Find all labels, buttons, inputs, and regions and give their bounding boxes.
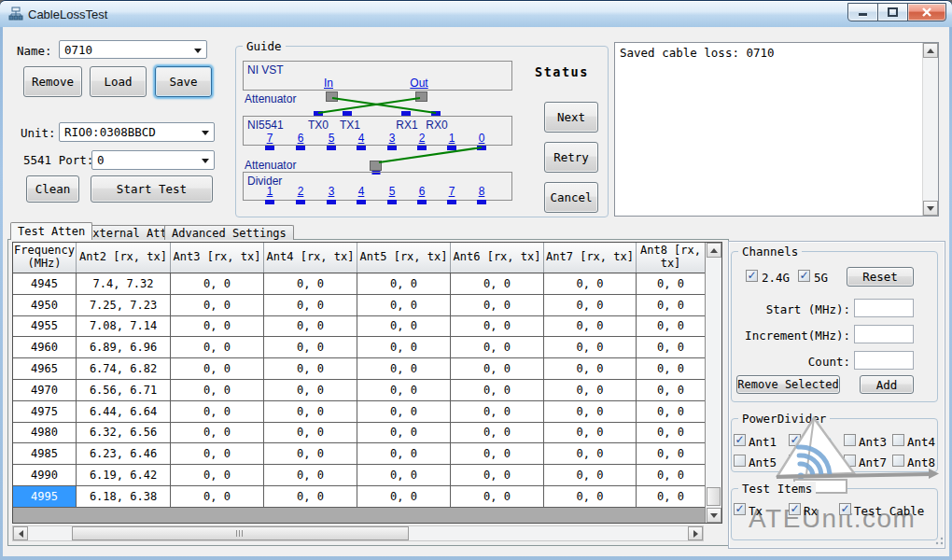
attenuation-cell[interactable]: 0, 0 — [264, 295, 357, 315]
clean-button[interactable]: Clean — [26, 175, 79, 203]
ant3-checkbox[interactable] — [844, 434, 856, 446]
attenuation-cell[interactable]: 6.18, 6.38 — [77, 486, 171, 507]
titlebar[interactable]: CableLossTest — [0, 1, 952, 27]
band-5g-checkbox[interactable]: ✓ — [798, 270, 810, 282]
frequency-cell[interactable]: 4955 — [13, 316, 77, 337]
attenuation-cell[interactable]: 0, 0 — [637, 295, 706, 315]
attenuation-cell[interactable]: 0, 0 — [544, 380, 637, 400]
column-header[interactable]: Ant4 [rx, tx] — [264, 243, 357, 273]
attenuation-cell[interactable]: 0, 0 — [451, 358, 544, 379]
attenuation-cell[interactable]: 0, 0 — [264, 443, 357, 464]
attenuation-cell[interactable]: 0, 0 — [357, 486, 451, 507]
attenuation-cell[interactable]: 0, 0 — [544, 316, 637, 337]
attenuation-cell[interactable]: 6.89, 6.96 — [77, 337, 171, 357]
column-header[interactable]: Ant7 [rx, tx] — [544, 243, 637, 273]
scroll-up-button[interactable] — [923, 43, 938, 58]
attenuation-cell[interactable]: 0, 0 — [451, 337, 544, 357]
attenuation-cell[interactable]: 0, 0 — [357, 380, 451, 400]
attenuation-cell[interactable]: 0, 0 — [544, 465, 637, 485]
frequency-cell[interactable]: 4985 — [13, 443, 77, 464]
rx-checkbox[interactable]: ✓ — [789, 503, 801, 515]
attenuation-cell[interactable]: 0, 0 — [637, 316, 706, 337]
tab-advanced-settings[interactable]: Advanced Settings — [164, 225, 294, 240]
attenuation-cell[interactable]: 0, 0 — [171, 443, 264, 464]
increment-mhz-input[interactable] — [854, 325, 914, 343]
selected-frequency-cell[interactable]: 4995 — [13, 486, 77, 507]
attenuation-cell[interactable]: 0, 0 — [637, 486, 706, 507]
attenuation-cell[interactable]: 0, 0 — [171, 465, 264, 485]
frequency-cell[interactable]: 4975 — [13, 401, 77, 422]
attenuation-cell[interactable]: 0, 0 — [544, 337, 637, 357]
saved-loss-log[interactable]: Saved cable loss: 0710 — [614, 42, 939, 217]
tab-test-atten[interactable]: Test Atten — [10, 222, 92, 240]
attenuation-cell[interactable]: 0, 0 — [451, 423, 544, 443]
attenuation-cell[interactable]: 0, 0 — [451, 316, 544, 337]
ant2-checkbox[interactable]: ✓ — [789, 434, 801, 446]
attenuation-cell[interactable]: 7.4, 7.32 — [77, 273, 171, 294]
close-button[interactable] — [907, 3, 946, 21]
attenuation-cell[interactable]: 0, 0 — [451, 401, 544, 422]
attenuation-cell[interactable]: 0, 0 — [264, 423, 357, 443]
attenuation-cell[interactable]: 0, 0 — [264, 486, 357, 507]
attenuation-cell[interactable]: 0, 0 — [637, 358, 706, 379]
attenuation-cell[interactable]: 0, 0 — [637, 337, 706, 357]
remove-button[interactable]: Remove — [23, 66, 82, 97]
column-header[interactable]: Frequency (MHz) — [13, 243, 77, 273]
table-horizontal-scrollbar[interactable] — [12, 525, 704, 541]
frequency-cell[interactable]: 4945 — [13, 273, 77, 294]
next-button[interactable]: Next — [544, 102, 598, 133]
attenuation-cell[interactable]: 0, 0 — [637, 465, 706, 485]
ant8-checkbox[interactable] — [892, 455, 904, 467]
scrollbar-thumb[interactable] — [707, 487, 721, 506]
attenuation-cell[interactable]: 0, 0 — [171, 316, 264, 337]
scroll-up-button[interactable] — [707, 243, 721, 258]
port-combo[interactable]: 0 — [91, 150, 215, 170]
attenuation-cell[interactable]: 0, 0 — [171, 380, 264, 400]
column-header[interactable]: Ant5 [rx, tx] — [357, 243, 451, 273]
scroll-down-button[interactable] — [923, 201, 938, 216]
attenuation-cell[interactable]: 0, 0 — [264, 380, 357, 400]
test-cable-checkbox[interactable]: ✓ — [839, 503, 851, 515]
attenuation-cell[interactable]: 0, 0 — [357, 273, 451, 294]
attenuation-cell[interactable]: 0, 0 — [264, 358, 357, 379]
save-button[interactable]: Save — [155, 66, 212, 97]
frequency-cell[interactable]: 4965 — [13, 358, 77, 379]
scroll-right-button[interactable] — [688, 526, 703, 540]
attenuation-cell[interactable]: 0, 0 — [264, 401, 357, 422]
attenuation-cell[interactable]: 6.23, 6.46 — [77, 443, 171, 464]
attenuation-cell[interactable]: 0, 0 — [357, 358, 451, 379]
attenuation-cell[interactable]: 0, 0 — [171, 295, 264, 315]
attenuation-cell[interactable]: 6.74, 6.82 — [77, 358, 171, 379]
attenuation-cell[interactable]: 0, 0 — [357, 337, 451, 357]
attenuation-cell[interactable]: 0, 0 — [264, 316, 357, 337]
attenuation-cell[interactable]: 0, 0 — [544, 358, 637, 379]
table-vertical-scrollbar[interactable] — [705, 243, 721, 523]
attenuation-cell[interactable]: 0, 0 — [544, 401, 637, 422]
count-input[interactable] — [854, 351, 914, 370]
scroll-left-button[interactable] — [13, 526, 28, 540]
attenuation-cell[interactable]: 0, 0 — [451, 380, 544, 400]
attenuation-cell[interactable]: 0, 0 — [451, 443, 544, 464]
scrollbar-thumb[interactable] — [72, 526, 409, 540]
attenuation-cell[interactable]: 0, 0 — [637, 273, 706, 294]
attenuation-cell[interactable]: 0, 0 — [544, 423, 637, 443]
name-combo[interactable]: 0710 — [59, 40, 207, 59]
tx-checkbox[interactable]: ✓ — [734, 503, 746, 515]
attenuation-cell[interactable]: 6.44, 6.64 — [77, 401, 171, 422]
ant5-checkbox[interactable] — [734, 455, 746, 467]
attenuation-cell[interactable]: 0, 0 — [544, 273, 637, 294]
ant1-checkbox[interactable]: ✓ — [734, 434, 746, 446]
attenuation-cell[interactable]: 0, 0 — [171, 337, 264, 357]
unit-combo[interactable]: RIO0:0308BBCD — [59, 122, 215, 142]
frequency-cell[interactable]: 4980 — [13, 423, 77, 443]
minimize-button[interactable] — [847, 3, 878, 21]
scroll-down-button[interactable] — [707, 508, 721, 523]
column-header[interactable]: Ant2 [rx, tx] — [77, 243, 171, 273]
attenuation-cell[interactable]: 6.19, 6.42 — [77, 465, 171, 485]
remove-selected-button[interactable]: Remove Selected — [736, 375, 840, 394]
attenuation-cell[interactable]: 0, 0 — [171, 423, 264, 443]
resize-grip[interactable] — [933, 536, 945, 547]
column-header[interactable]: Ant3 [rx, tx] — [171, 243, 264, 273]
start-test-button[interactable]: Start Test — [91, 175, 213, 203]
attenuation-cell[interactable]: 0, 0 — [357, 401, 451, 422]
